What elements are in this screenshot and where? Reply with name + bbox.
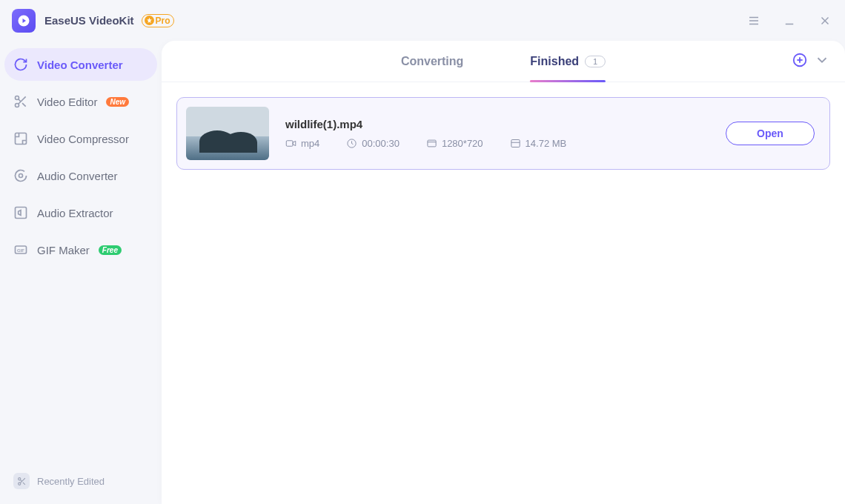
recently-edited-label: Recently Edited — [37, 476, 105, 487]
app-logo-icon — [12, 9, 36, 33]
app-title: EaseUS VideoKit — [44, 14, 134, 27]
add-button[interactable] — [792, 52, 808, 71]
new-badge: New — [106, 97, 129, 107]
audio-extract-icon — [13, 205, 28, 220]
svg-text:GIF: GIF — [17, 248, 24, 253]
video-thumbnail — [186, 107, 269, 160]
file-name: wildlife(1).mp4 — [285, 118, 709, 130]
sidebar-item-label: Video Editor — [37, 96, 97, 108]
svg-point-13 — [19, 174, 23, 178]
audio-convert-icon — [13, 168, 28, 183]
open-button[interactable]: Open — [726, 122, 815, 145]
free-badge: Free — [99, 245, 122, 255]
svg-rect-28 — [511, 140, 519, 147]
compress-icon — [13, 131, 28, 146]
svg-rect-27 — [428, 140, 436, 147]
file-card[interactable]: wildlife(1).mp4 mp4 00:00:30 1280*720 — [176, 97, 830, 170]
scissors-icon — [13, 94, 28, 109]
video-icon — [285, 138, 296, 149]
svg-point-7 — [16, 96, 19, 100]
sidebar-item-video-editor[interactable]: Video Editor New — [4, 85, 157, 118]
scissors-icon — [13, 473, 30, 489]
svg-line-21 — [20, 480, 21, 481]
star-icon — [145, 16, 154, 25]
sidebar-item-label: Audio Converter — [37, 170, 117, 182]
sidebar: Video Converter Video Editor New Video C… — [0, 41, 162, 504]
finished-count-badge: 1 — [585, 56, 606, 67]
dimensions-icon — [426, 138, 437, 149]
storage-icon — [510, 138, 521, 149]
pro-badge-label: Pro — [156, 16, 170, 26]
file-info: wildlife(1).mp4 mp4 00:00:30 1280*720 — [285, 118, 709, 149]
window-controls — [746, 13, 833, 29]
sidebar-item-video-converter[interactable]: Video Converter — [4, 48, 157, 81]
sidebar-item-label: GIF Maker — [37, 244, 90, 256]
file-format: mp4 — [285, 138, 319, 149]
tab-label: Converting — [401, 55, 463, 68]
svg-rect-25 — [286, 141, 293, 147]
sidebar-item-label: Audio Extractor — [37, 207, 113, 219]
file-size: 14.72 MB — [510, 138, 567, 149]
rotate-icon — [13, 57, 28, 72]
file-duration: 00:00:30 — [346, 138, 400, 149]
sidebar-item-gif-maker[interactable]: GIF GIF Maker Free — [4, 233, 157, 266]
tab-label: Finished — [530, 55, 579, 68]
sidebar-item-video-compressor[interactable]: Video Compressor — [4, 122, 157, 155]
gif-icon: GIF — [13, 242, 28, 257]
titlebar: EaseUS VideoKit Pro — [0, 0, 845, 41]
file-meta-row: mp4 00:00:30 1280*720 14.72 MB — [285, 138, 709, 149]
add-dropdown[interactable] — [814, 52, 830, 71]
svg-line-10 — [22, 103, 26, 107]
minimize-icon[interactable] — [781, 13, 798, 29]
clock-icon — [346, 138, 357, 149]
tabs-row: Converting Finished 1 — [162, 41, 845, 82]
svg-point-18 — [18, 483, 20, 485]
recently-edited-button[interactable]: Recently Edited — [4, 465, 157, 497]
sidebar-item-audio-converter[interactable]: Audio Converter — [4, 159, 157, 192]
svg-point-8 — [16, 104, 19, 107]
file-dimensions: 1280*720 — [426, 138, 483, 149]
tab-converting[interactable]: Converting — [401, 41, 463, 82]
svg-rect-12 — [16, 133, 27, 145]
content-panel: Converting Finished 1 wildli — [162, 41, 845, 504]
svg-line-20 — [22, 482, 24, 484]
sidebar-item-label: Video Compressor — [37, 133, 129, 145]
svg-line-11 — [19, 99, 21, 102]
tab-finished[interactable]: Finished 1 — [530, 41, 606, 82]
menu-icon[interactable] — [746, 13, 762, 29]
pro-badge: Pro — [142, 14, 174, 27]
close-icon[interactable] — [817, 13, 833, 29]
sidebar-item-audio-extractor[interactable]: Audio Extractor — [4, 196, 157, 229]
svg-point-17 — [18, 477, 20, 480]
file-list: wildlife(1).mp4 mp4 00:00:30 1280*720 — [162, 82, 845, 185]
sidebar-item-label: Video Converter — [37, 59, 123, 71]
